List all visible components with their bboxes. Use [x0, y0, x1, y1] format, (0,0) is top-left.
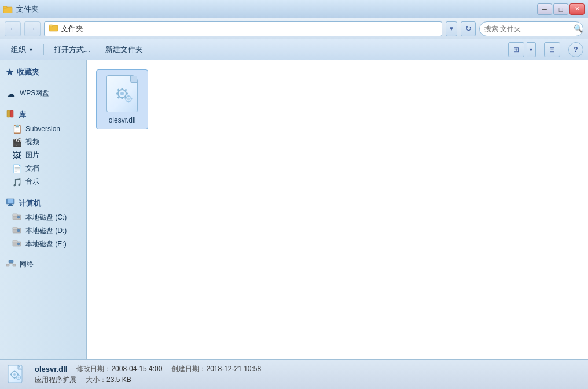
- sidebar-item-subversion[interactable]: 📋 Subversion: [0, 123, 86, 135]
- status-file-name: olesvr.dll: [35, 365, 67, 373]
- organize-label: 组织: [11, 45, 26, 55]
- svg-rect-1: [3, 6, 7, 8]
- file-icon-olesvr: [104, 73, 141, 114]
- status-size-value: 23.5 KB: [106, 376, 131, 384]
- svg-rect-26: [122, 88, 123, 90]
- address-dropdown-button[interactable]: ▼: [446, 21, 457, 36]
- svg-rect-4: [7, 110, 10, 117]
- sidebar-item-drive-d[interactable]: 本地磁盘 (D:): [0, 224, 86, 238]
- help-button[interactable]: ?: [568, 42, 583, 57]
- svg-rect-28: [116, 93, 119, 95]
- main-content: ★ 收藏夹 ☁ WPS网盘 库 📋 Sub: [0, 60, 588, 359]
- favorites-label: 收藏夹: [17, 67, 39, 77]
- organize-dropdown-icon: ▼: [28, 47, 34, 53]
- favorites-header[interactable]: ★ 收藏夹: [0, 65, 86, 80]
- file-item-olesvr[interactable]: olesvr.dll: [96, 69, 148, 129]
- svg-rect-8: [9, 204, 12, 205]
- svg-rect-14: [13, 227, 17, 229]
- svg-rect-37: [128, 101, 129, 103]
- video-label: 视频: [25, 137, 39, 147]
- status-file-type: 应用程序扩展: [35, 375, 76, 385]
- status-file-icon: [7, 364, 28, 385]
- sidebar-item-music[interactable]: 🎵 音乐: [0, 175, 86, 188]
- svg-rect-46: [10, 373, 12, 375]
- network-icon: [6, 260, 16, 269]
- minimize-button[interactable]: ─: [537, 3, 552, 15]
- computer-icon: [6, 198, 15, 209]
- refresh-button[interactable]: ↻: [461, 21, 476, 36]
- sidebar-item-drive-c[interactable]: 本地磁盘 (C:): [0, 211, 86, 224]
- sidebar-item-drive-e[interactable]: 本地磁盘 (E:): [0, 238, 86, 251]
- status-bar: olesvr.dll 修改日期：2008-04-15 4:00 创建日期：201…: [0, 359, 588, 389]
- status-created: 创建日期：2018-12-21 10:58: [171, 364, 261, 374]
- search-container: 🔍: [479, 21, 583, 36]
- svg-line-23: [11, 263, 14, 264]
- sidebar-item-video[interactable]: 🎬 视频: [0, 135, 86, 149]
- svg-point-43: [13, 373, 16, 376]
- video-icon: 🎬: [12, 138, 22, 147]
- status-row-1: olesvr.dll 修改日期：2008-04-15 4:00 创建日期：201…: [35, 364, 261, 374]
- toolbar: 组织 ▼ 打开方式... 新建文件夹 ⊞ ▼ ⊟ ?: [0, 39, 588, 60]
- favorites-icon: ★: [6, 67, 13, 77]
- svg-rect-20: [6, 264, 9, 266]
- svg-rect-7: [8, 199, 13, 203]
- svg-rect-27: [122, 97, 123, 99]
- title-bar: 文件夹 ─ □ ✕: [0, 0, 588, 18]
- computer-header[interactable]: 计算机: [0, 195, 86, 211]
- view-button[interactable]: ⊞: [508, 42, 524, 57]
- open-with-label: 打开方式...: [54, 45, 90, 55]
- svg-rect-53: [20, 377, 21, 378]
- status-size-label: 大小：: [86, 376, 106, 384]
- library-header[interactable]: 库: [0, 107, 86, 123]
- status-info: olesvr.dll 修改日期：2008-04-15 4:00 创建日期：201…: [35, 364, 261, 385]
- file-name-olesvr: olesvr.dll: [109, 116, 136, 125]
- wps-section: ☁ WPS网盘: [0, 87, 86, 100]
- status-row-2: 应用程序扩展 大小：23.5 KB: [35, 375, 261, 385]
- svg-rect-38: [125, 98, 127, 99]
- forward-button[interactable]: →: [24, 21, 41, 36]
- library-section: 库 📋 Subversion 🎬 视频 🖼 图片 📄 文档 🎵 音乐: [0, 107, 86, 188]
- status-modified-date: 2008-04-15 4:00: [111, 365, 162, 373]
- close-button[interactable]: ✕: [569, 3, 585, 15]
- pane-button[interactable]: ⊟: [544, 42, 560, 57]
- title-bar-left: 文件夹: [3, 4, 39, 14]
- drive-c-label: 本地磁盘 (C:): [25, 213, 67, 223]
- svg-rect-29: [126, 93, 128, 95]
- wps-item[interactable]: ☁ WPS网盘: [0, 87, 86, 100]
- status-modified: 修改日期：2008-04-15 4:00: [76, 364, 162, 374]
- search-input[interactable]: [484, 25, 571, 33]
- network-section: 网络: [0, 258, 86, 271]
- sidebar-item-docs[interactable]: 📄 文档: [0, 162, 86, 175]
- file-grid: olesvr.dll: [96, 69, 579, 129]
- sidebar: ★ 收藏夹 ☁ WPS网盘 库 📋 Sub: [0, 60, 87, 359]
- svg-rect-50: [18, 375, 19, 376]
- svg-rect-5: [10, 110, 13, 117]
- search-icon[interactable]: 🔍: [574, 24, 583, 33]
- window-title: 文件夹: [16, 4, 39, 14]
- svg-rect-21: [13, 264, 16, 266]
- sidebar-item-images[interactable]: 🖼 图片: [0, 149, 86, 162]
- images-label: 图片: [25, 150, 39, 160]
- address-path-container[interactable]: 文件夹: [44, 21, 442, 36]
- open-with-button[interactable]: 打开方式...: [47, 42, 97, 58]
- view-dropdown-button[interactable]: ▼: [527, 42, 536, 57]
- new-folder-button[interactable]: 新建文件夹: [99, 42, 149, 58]
- favorites-section: ★ 收藏夹: [0, 65, 86, 80]
- maximize-button[interactable]: □: [553, 3, 568, 15]
- network-item[interactable]: 网络: [0, 258, 86, 271]
- svg-rect-45: [14, 377, 15, 379]
- file-area: olesvr.dll: [87, 60, 588, 359]
- svg-point-49: [18, 376, 20, 378]
- svg-rect-44: [14, 370, 15, 372]
- computer-label: 计算机: [19, 198, 41, 209]
- wps-icon: ☁: [6, 89, 16, 98]
- music-label: 音乐: [25, 177, 39, 187]
- drive-c-icon: [12, 213, 22, 223]
- status-modified-label: 修改日期：: [76, 365, 111, 373]
- back-button[interactable]: ←: [5, 21, 21, 36]
- music-icon: 🎵: [12, 177, 22, 187]
- organize-button[interactable]: 组织 ▼: [5, 42, 40, 58]
- status-created-date: 2018-12-21 10:58: [206, 365, 261, 373]
- drive-e-label: 本地磁盘 (E:): [25, 239, 67, 249]
- svg-rect-52: [16, 377, 17, 378]
